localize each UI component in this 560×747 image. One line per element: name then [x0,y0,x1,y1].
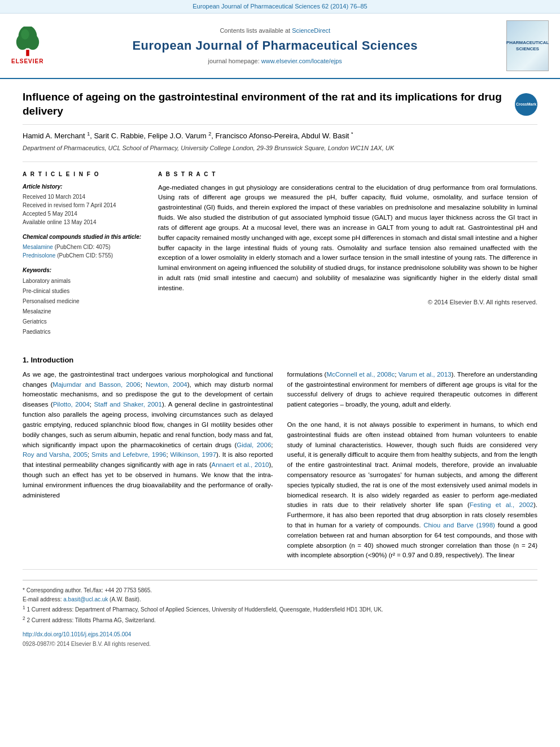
svg-rect-0 [26,50,29,56]
elsevier-logo: ELSEVIER [11,27,43,65]
footnote-star: * Corresponding author. Tel./fax: +44 20… [23,586,537,595]
ref-varum[interactable]: Varum et al., 2013 [399,371,452,378]
intro-heading: 1. Introduction [23,355,537,365]
keyword-1: Laboratory animals [23,276,147,286]
accepted-date: Accepted 5 May 2014 [23,209,147,218]
keywords-list: Laboratory animals Pre-clinical studies … [23,276,147,337]
article-history-block: Article history: Received 10 March 2014 … [23,183,147,226]
abstract-copyright: © 2014 Elsevier B.V. All rights reserved… [158,298,537,307]
keywords-block: Keywords: Laboratory animals Pre-clinica… [23,267,147,337]
journal-title: European Journal of Pharmaceutical Scien… [43,37,506,55]
intro-col-left: As we age, the gastrointestinal tract un… [23,370,273,561]
intro-body-columns: As we age, the gastrointestinal tract un… [23,370,537,561]
article-info-heading: A R T I C L E I N F O [23,171,147,178]
compounds-block: Chemical compounds studied in this artic… [23,233,147,260]
received-date: Received 10 March 2014 [23,193,147,201]
ref-newton[interactable]: Newton, 2004 [146,381,187,388]
history-label: Article history: [23,183,147,191]
author-affiliation: Department of Pharmaceutics, UCL School … [23,144,537,152]
footnote-divider [23,580,537,580]
footnote-email-link[interactable]: a.basit@ucl.ac.uk [63,596,108,602]
keyword-3: Personalised medicine [23,296,147,307]
compound2-id: (PubChem CID: 5755) [57,252,113,259]
journal-header-left: ELSEVIER [11,27,43,65]
keywords-label: Keywords: [23,267,147,274]
doi-link[interactable]: http://dx.doi.org/10.1016/j.ejps.2014.05… [23,631,131,637]
compound2-link[interactable]: Prednisolone [23,252,55,259]
journal-header: ELSEVIER Contents lists available at Sci… [0,14,560,79]
intro-col1-para1: As we age, the gastrointestinal tract un… [23,370,273,501]
ref-majumdar[interactable]: Majumdar and Basson, 2006 [53,381,140,388]
ref-pilotto[interactable]: Pilotto, 2004 [53,401,90,408]
bottom-links-section: http://dx.doi.org/10.1016/j.ejps.2014.05… [23,631,537,639]
abstract-text: Age-mediated changes in gut physiology a… [158,183,537,294]
introduction-section: 1. Introduction As we age, the gastroint… [23,355,537,561]
keyword-5: Geriatrics [23,317,147,327]
ref-wilkinson[interactable]: Wilkinson, 1997 [170,451,216,458]
revised-date: Received in revised form 7 April 2014 [23,201,147,209]
intro-col2-para1: formulations (McConnell et al., 2008c; V… [287,370,538,410]
ref-gidal[interactable]: Gidal, 2006 [237,442,271,448]
elsevier-label: ELSEVIER [11,58,43,65]
svg-point-4 [21,29,29,39]
footnote-email: E-mail address: a.basit@ucl.ac.uk (A.W. … [23,595,537,604]
ref-roy[interactable]: Roy and Varsha, 2005 [23,451,88,458]
sciencedirect-link[interactable]: ScienceDirect [292,27,330,34]
footnotes-section: * Corresponding author. Tel./fax: +44 20… [23,569,537,625]
compound1-id: (PubChem CID: 4075) [55,244,111,250]
ref-smits[interactable]: Smits and Lefebvre, 1996 [91,451,167,458]
available-date: Available online 13 May 2014 [23,218,147,226]
authors-line: Hamid A. Merchant 1, Sarit C. Rabbie, Fe… [23,130,537,142]
ref-chiou[interactable]: Chiou and Barve (1998) [423,522,495,528]
article-container: Influence of ageing on the gastrointesti… [0,79,560,659]
footnote-2: 2 2 Current address: Tillotts Pharma AG,… [23,615,537,625]
sciencedirect-label: Contents lists available at ScienceDirec… [43,27,506,35]
ref-mcconnell[interactable]: McConnell et al., 2008c [326,371,395,378]
keyword-6: Paediatrics [23,327,147,337]
journal-citation-bar: European Journal of Pharmaceutical Scien… [0,0,560,14]
compound1-link[interactable]: Mesalamine [23,244,53,250]
journal-homepage-link[interactable]: www.elsevier.com/locate/ejps [261,58,342,64]
article-info-column: A R T I C L E I N F O Article history: R… [23,171,147,344]
abstract-heading: A B S T R A C T [158,171,537,178]
compounds-label: Chemical compounds studied in this artic… [23,233,147,241]
intro-col2-para2: On the one hand, it is not always possib… [287,420,538,561]
crossmark-badge[interactable]: CrossMark [515,93,537,116]
keyword-2: Pre-clinical studies [23,286,147,296]
article-title-section: Influence of ageing on the gastrointesti… [23,90,537,124]
journal-citation-text: European Journal of Pharmaceutical Scien… [193,3,367,10]
ref-annaert[interactable]: Annaert et al., 2010 [212,461,269,468]
article-title: Influence of ageing on the gastrointesti… [23,90,509,118]
abstract-column: A B S T R A C T Age-mediated changes in … [158,171,537,344]
crossmark-icon: CrossMark [516,102,536,107]
ref-festing[interactable]: Festing et al., 2002 [470,501,533,508]
journal-homepage: journal homepage: www.elsevier.com/locat… [43,57,506,65]
bottom-copyright: 0928-0987/© 2014 Elsevier B.V. All right… [23,640,537,648]
article-info-abstract-row: A R T I C L E I N F O Article history: R… [23,161,537,344]
intro-col-right: formulations (McConnell et al., 2008c; V… [287,370,538,561]
footnote-1: 1 1 Current address: Department of Pharm… [23,604,537,614]
journal-center: Contents lists available at ScienceDirec… [43,27,506,66]
ref-staff[interactable]: Staff and Shaker, 2001 [94,401,161,408]
keyword-4: Mesalazine [23,307,147,317]
elsevier-tree-icon [14,27,42,58]
journal-cover-image: PHARMACEUTICAL SCIENCES [506,20,549,71]
